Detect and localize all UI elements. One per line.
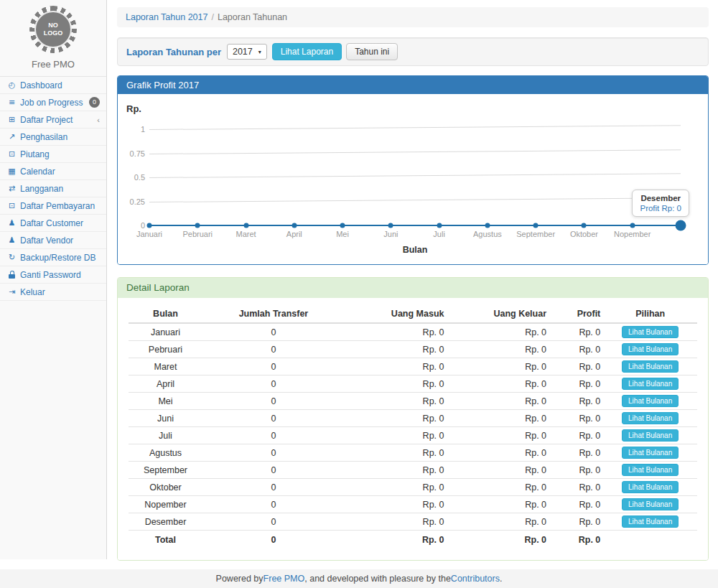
y-tick-label: 0.75	[118, 149, 145, 158]
sidebar-item-daftar-customer[interactable]: ♟Daftar Customer	[0, 215, 106, 232]
cell-pilihan: Lihat Bulanan	[603, 358, 697, 375]
chart-point-desember[interactable]	[676, 220, 686, 231]
sidebar-item-label: Job on Progress	[20, 98, 83, 108]
cell-jumlah_transfer: 0	[202, 479, 345, 496]
chart-point-juni[interactable]	[388, 223, 393, 228]
view-monthly-button-maret[interactable]: Lihat Bulanan	[622, 360, 679, 373]
view-monthly-button-nopember[interactable]: Lihat Bulanan	[622, 498, 679, 510]
year-select-value: 2017	[233, 47, 253, 57]
x-tick-label: April	[286, 230, 302, 238]
cell-pilihan: Lihat Bulanan	[603, 393, 697, 410]
refresh-icon: ↻	[6, 253, 17, 262]
chart-panel-title: Grafik Profit 2017	[118, 76, 708, 94]
cell-profit: Rp. 0	[549, 375, 603, 393]
detail-report-panel: Detail Laporan BulanJumlah TransferUang …	[117, 277, 709, 561]
view-monthly-button-mei[interactable]: Lihat Bulanan	[622, 395, 679, 407]
chart-tooltip-title: Desember	[640, 194, 681, 202]
view-monthly-button-januari[interactable]: Lihat Bulanan	[622, 326, 679, 338]
chart-point-april[interactable]	[292, 223, 297, 228]
cell-uang_keluar: Rp. 0	[447, 513, 550, 531]
cell-bulan: Januari	[129, 323, 202, 341]
view-report-button[interactable]: Lihat Laporan	[272, 43, 342, 60]
sidebar-item-backup-restore-db[interactable]: ↻Backup/Restore DB	[0, 249, 106, 266]
view-monthly-button-april[interactable]: Lihat Bulanan	[622, 378, 679, 390]
cell-uang_masuk: Rp. 0	[345, 479, 447, 496]
column-header-bulan: Bulan	[129, 305, 202, 323]
sidebar-item-daftar-project[interactable]: ⊞Daftar Project‹	[0, 111, 106, 129]
sidebar-item-daftar-vendor[interactable]: ♟Daftar Vendor	[0, 232, 106, 249]
cell-uang_masuk: Rp. 0	[345, 341, 447, 358]
sidebar-item-label: Langganan	[20, 184, 63, 194]
this-year-button[interactable]: Tahun ini	[346, 43, 398, 60]
year-select[interactable]: 2017 ▾	[227, 44, 267, 60]
x-axis-label: Bulan	[403, 245, 428, 255]
x-tick-label: Juli	[433, 230, 445, 238]
sidebar-item-calendar[interactable]: ▦Calendar	[0, 163, 106, 180]
cell-uang_keluar: Rp. 0	[447, 410, 550, 427]
profit-series-line	[149, 225, 681, 226]
table-row: Mei0Rp. 0Rp. 0Rp. 0Lihat Bulanan	[129, 393, 697, 410]
sidebar-item-piutang[interactable]: ⊡Piutang	[0, 146, 106, 163]
sidebar-item-keluar[interactable]: ⇥Keluar	[0, 284, 106, 301]
table-row: Agustus0Rp. 0Rp. 0Rp. 0Lihat Bulanan	[129, 444, 697, 462]
view-monthly-button-juli[interactable]: Lihat Bulanan	[622, 429, 679, 442]
cell-profit: Rp. 0	[549, 462, 603, 479]
sidebar-item-penghasilan[interactable]: ↗Penghasilan	[0, 129, 106, 146]
chart-point-agustus[interactable]	[485, 223, 490, 228]
view-monthly-button-oktober[interactable]: Lihat Bulanan	[622, 481, 679, 493]
cell-bulan: Pebruari	[129, 341, 202, 358]
table-total-row: Total0Rp. 0Rp. 0Rp. 0	[129, 531, 697, 548]
view-monthly-button-desember[interactable]: Lihat Bulanan	[622, 515, 679, 528]
sidebar-item-ganti-password[interactable]: Ganti Password	[0, 266, 106, 284]
chart-tooltip: Desember Profit Rp: 0	[632, 190, 689, 217]
footer-contributors-link[interactable]: Contributors	[451, 574, 500, 584]
chart-point-oktober[interactable]	[582, 223, 587, 228]
cell-jumlah_transfer: 0	[202, 375, 345, 393]
gridline	[149, 197, 681, 202]
x-tick-label: Januari	[136, 230, 162, 238]
chevron-left-icon: ‹	[97, 116, 100, 124]
x-tick-label: Mei	[336, 230, 349, 238]
cell-jumlah_transfer: 0	[202, 393, 345, 410]
y-axis-label: Rp.	[126, 103, 141, 114]
view-monthly-button-september[interactable]: Lihat Bulanan	[622, 464, 679, 476]
cell-jumlah_transfer: 0	[202, 341, 345, 358]
chart-point-pebruari[interactable]	[195, 223, 200, 228]
table-row: Maret0Rp. 0Rp. 0Rp. 0Lihat Bulanan	[129, 358, 697, 375]
sidebar-item-dashboard[interactable]: ◴Dashboard	[0, 77, 106, 94]
chart-point-nopember[interactable]	[630, 223, 635, 228]
cell-pilihan: Lihat Bulanan	[603, 444, 697, 462]
chart-point-maret[interactable]	[243, 223, 248, 228]
cell-uang_keluar: Rp. 0	[447, 496, 550, 513]
sidebar-item-daftar-pembayaran[interactable]: ⊡Daftar Pembayaran	[0, 197, 106, 215]
x-tick-label: Oktober	[570, 230, 598, 238]
sidebar-item-langganan[interactable]: ⇄Langganan	[0, 180, 106, 197]
chart-point-juli[interactable]	[437, 223, 442, 228]
chart-point-januari[interactable]	[147, 223, 152, 228]
cell-profit: Rp. 0	[549, 531, 603, 548]
chart-point-mei[interactable]	[340, 223, 345, 228]
logo-text: NO LOGO	[42, 22, 64, 37]
users-icon: ♟	[6, 235, 17, 245]
cell-pilihan: Lihat Bulanan	[603, 479, 697, 496]
cell-uang_masuk: Rp. 0	[345, 410, 447, 427]
view-monthly-button-pebruari[interactable]: Lihat Bulanan	[622, 343, 679, 355]
cell-pilihan: Lihat Bulanan	[603, 462, 697, 479]
cell-uang_masuk: Rp. 0	[345, 427, 447, 444]
footer-brand-link[interactable]: Free PMO	[264, 574, 305, 584]
sidebar-item-job-on-progress[interactable]: ≡Job on Progress0	[0, 94, 106, 111]
view-monthly-button-juni[interactable]: Lihat Bulanan	[622, 412, 679, 424]
sidebar-item-label: Daftar Project	[20, 115, 73, 125]
cell-uang_masuk: Rp. 0	[345, 358, 447, 375]
x-tick-label: Pebruari	[182, 230, 213, 238]
breadcrumb-separator: /	[211, 12, 213, 22]
cell-bulan: Agustus	[129, 444, 202, 462]
breadcrumb-link-laporan-tahun[interactable]: Laporan Tahun 2017	[126, 12, 208, 22]
cell-jumlah_transfer: 0	[202, 531, 345, 548]
view-monthly-button-agustus[interactable]: Lihat Bulanan	[622, 447, 679, 459]
cell-uang_keluar: Rp. 0	[447, 462, 550, 479]
chart-point-september[interactable]	[533, 223, 538, 228]
sidebar-item-label: Keluar	[20, 287, 45, 297]
sidebar-item-label: Piutang	[20, 149, 50, 159]
cell-jumlah_transfer: 0	[202, 496, 345, 513]
